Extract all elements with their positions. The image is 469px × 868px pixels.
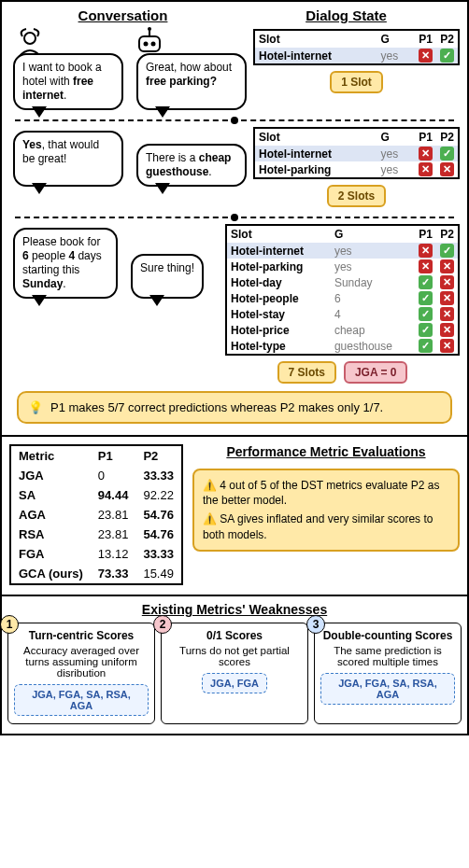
warn-icon: ⚠️ [203, 479, 217, 492]
slot-table-row: Hotel-internetyes✕✓ [226, 243, 459, 259]
user-bubble: Please book for 6 people 4 days starting… [13, 228, 118, 299]
jga-badge: JGA = 0 [344, 361, 408, 384]
p2-cell: ✓ [436, 48, 459, 64]
slot-name: Hotel-day [226, 274, 331, 290]
warn-text-1: 4 out of 5 of the DST metrics evaluate P… [203, 479, 440, 507]
p2-cell: ✕ [436, 322, 459, 338]
metric-p2: 92.22 [135, 485, 182, 505]
slot-value: 4 [331, 306, 415, 322]
metric-name: FGA [10, 544, 91, 564]
metric-name: JGA [10, 466, 91, 485]
metric-row: JGA033.33 [10, 466, 182, 485]
warn-box: ⚠️ 4 out of 5 of the DST metrics evaluat… [192, 469, 460, 552]
metric-row: SA94.4492.22 [10, 485, 182, 505]
p1-cell: ✓ [415, 290, 436, 306]
slot-table-header: P1 [415, 30, 436, 48]
slot-value: yes [331, 243, 415, 259]
slot-table: SlotGP1P2Hotel-internetyes✕✓ [253, 29, 460, 65]
slot-count-badge: 1 Slot [330, 71, 383, 93]
system-bubble: There is a cheap guesthouse. [136, 144, 247, 187]
weakness-desc: The same prediction is scored multiple t… [320, 645, 455, 667]
slot-table-row: Hotel-parkingyes✕✕ [226, 259, 459, 274]
user-text: Please book for 6 people 4 days starting… [22, 235, 102, 290]
p1-cell: ✓ [415, 338, 436, 355]
slot-name: Hotel-stay [226, 306, 331, 322]
metric-row: AGA23.8154.76 [10, 505, 182, 525]
slot-name: Hotel-internet [254, 146, 377, 161]
weaknesses-row: 1Turn-centric ScoresAccuracy averaged ov… [7, 623, 462, 724]
slot-table: SlotGP1P2Hotel-internetyes✕✓Hotel-parkin… [253, 127, 460, 179]
slot-table-row: Hotel-internetyes✕✓ [254, 146, 459, 161]
slot-value: 6 [331, 290, 415, 306]
metric-row: RSA23.8154.76 [10, 525, 182, 544]
metrics-right: Performance Metric Evaluations ⚠️ 4 out … [192, 444, 460, 552]
p1-cell: ✓ [415, 306, 436, 322]
p1-cell: ✕ [415, 161, 436, 178]
user-bubble: Yes, that would be great! [13, 131, 123, 187]
cross-icon: ✕ [419, 162, 433, 176]
p1-cell: ✕ [415, 48, 436, 64]
weakness-card: 20/1 ScoresTurns do not get partial scor… [161, 623, 308, 724]
weakness-metrics-chip: JGA, FGA, SA, RSA, AGA [320, 673, 455, 705]
metric-p1: 23.81 [91, 505, 136, 525]
dashed-separator [15, 217, 454, 218]
dashed-separator [15, 119, 454, 121]
sys-text: Sure thing! [140, 261, 194, 274]
svg-rect-1 [139, 36, 160, 51]
weakness-title: Turn-centric Scores [14, 629, 149, 642]
slot-table: SlotGP1P2Hotel-internetyes✕✓Hotel-parkin… [225, 224, 460, 356]
metric-row: FGA13.1233.33 [10, 544, 182, 564]
slot-table-row: Hotel-people6✓✕ [226, 290, 459, 306]
metric-p1: 13.12 [91, 544, 136, 564]
weakness-desc: Accuracy averaged over turns assuming un… [14, 645, 149, 679]
slot-value: guesthouse [331, 338, 415, 355]
slot-name: Hotel-people [226, 290, 331, 306]
metric-p2: 33.33 [135, 466, 182, 485]
svg-point-5 [148, 27, 151, 31]
cross-icon: ✕ [440, 162, 454, 176]
cross-icon: ✕ [419, 49, 433, 63]
p2-cell: ✕ [436, 306, 459, 322]
metric-p1: 23.81 [91, 525, 136, 544]
weakness-number-badge: 1 [0, 615, 19, 634]
svg-point-2 [144, 42, 149, 47]
slot-table-header: P2 [436, 128, 459, 146]
slot-value: yes [377, 161, 415, 178]
cross-icon: ✕ [419, 147, 433, 161]
state-col: SlotGP1P2Hotel-internetyes✕✓ 1 Slot [253, 29, 460, 93]
slot-table-header: G [377, 30, 415, 48]
p1-cell: ✕ [415, 243, 436, 259]
check-icon: ✓ [440, 244, 454, 258]
header-conversation: Conversation [11, 7, 234, 23]
slot-table-header: P1 [415, 128, 436, 146]
slot-name: Hotel-parking [226, 259, 331, 274]
weakness-number-badge: 3 [306, 615, 325, 634]
p1-cell: ✓ [415, 274, 436, 290]
slot-value: yes [331, 259, 415, 274]
metric-p2: 33.33 [135, 544, 182, 564]
cross-icon: ✕ [440, 339, 454, 353]
cross-icon: ✕ [440, 307, 454, 321]
metric-p2: 54.76 [135, 505, 182, 525]
slot-name: Hotel-internet [254, 48, 377, 64]
turn-row: I want to book a hotel with free interne… [9, 29, 460, 110]
metric-table: MetricP1P2JGA033.33SA94.4492.22AGA23.815… [9, 444, 183, 585]
slot-table-header: G [377, 128, 415, 146]
conversation-col: Please book for 6 people 4 days starting… [9, 224, 220, 299]
check-icon: ✓ [419, 323, 433, 337]
turn-row: Yes, that would be great! There is a che… [9, 127, 460, 207]
weaknesses-title: Existing Metrics' Weaknesses [7, 602, 462, 617]
user-text: Yes, that would be great! [22, 138, 99, 165]
slot-table-row: Hotel-stay4✓✕ [226, 306, 459, 322]
note-box: 💡 P1 makes 5/7 correct predictions where… [17, 391, 452, 424]
slot-table-row: Hotel-parkingyes✕✕ [254, 161, 459, 178]
p2-cell: ✓ [436, 243, 459, 259]
cross-icon: ✕ [419, 259, 433, 273]
slot-table-row: Hotel-internetyes✕✓ [254, 48, 459, 64]
check-icon: ✓ [440, 147, 454, 161]
user-bubble: I want to book a hotel with free interne… [13, 53, 123, 110]
metric-row: GCA (ours)73.3315.49 [10, 564, 182, 584]
svg-point-0 [24, 33, 36, 44]
header-dialogstate: Dialog State [234, 7, 458, 23]
weakness-number-badge: 2 [153, 615, 172, 634]
